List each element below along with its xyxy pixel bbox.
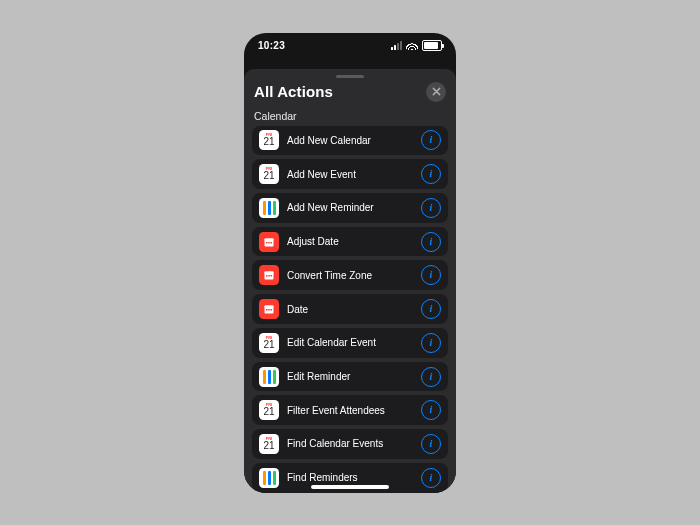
svg-rect-13 (268, 309, 270, 311)
action-label: Add New Reminder (287, 202, 421, 213)
info-icon: i (430, 135, 433, 145)
calendar-app-icon: FRI21 (259, 400, 279, 420)
date-util-icon (259, 299, 279, 319)
device-frame: 10:23 All Actions Calendar FRI21Add New … (244, 33, 456, 493)
svg-rect-9 (271, 275, 273, 277)
close-icon (432, 87, 441, 96)
reminders-app-icon (259, 198, 279, 218)
calendar-app-icon: FRI21 (259, 333, 279, 353)
info-icon: i (430, 405, 433, 415)
svg-rect-6 (265, 272, 274, 274)
info-button[interactable]: i (421, 434, 441, 454)
sheet-header: All Actions (252, 82, 448, 104)
info-button[interactable]: i (421, 164, 441, 184)
calendar-app-icon: FRI21 (259, 130, 279, 150)
action-row[interactable]: FRI21Add New Calendari (252, 126, 448, 156)
section-label: Calendar (252, 104, 448, 126)
action-row[interactable]: Add New Reminderi (252, 193, 448, 223)
reminders-app-icon (259, 468, 279, 488)
info-button[interactable]: i (421, 130, 441, 150)
svg-rect-3 (268, 242, 270, 244)
action-label: Find Calendar Events (287, 438, 421, 449)
info-icon: i (430, 169, 433, 179)
action-label: Add New Calendar (287, 135, 421, 146)
info-icon: i (430, 372, 433, 382)
info-button[interactable]: i (421, 400, 441, 420)
info-button[interactable]: i (421, 299, 441, 319)
reminders-app-icon (259, 367, 279, 387)
svg-rect-8 (268, 275, 270, 277)
sheet-grabber[interactable] (336, 75, 364, 78)
svg-rect-11 (265, 306, 274, 308)
home-indicator[interactable] (311, 485, 389, 489)
status-bar: 10:23 (244, 33, 456, 59)
svg-rect-14 (271, 309, 273, 311)
status-indicators (391, 40, 442, 51)
action-label: Adjust Date (287, 236, 421, 247)
info-icon: i (430, 338, 433, 348)
action-label: Edit Calendar Event (287, 337, 421, 348)
action-label: Filter Event Attendees (287, 405, 421, 416)
action-row[interactable]: FRI21Find Calendar Eventsi (252, 429, 448, 459)
info-icon: i (430, 270, 433, 280)
action-row[interactable]: FRI21Filter Event Attendeesi (252, 395, 448, 425)
date-util-icon (259, 232, 279, 252)
info-icon: i (430, 237, 433, 247)
info-icon: i (430, 473, 433, 483)
action-label: Add New Event (287, 169, 421, 180)
wifi-icon (406, 41, 418, 50)
date-util-icon (259, 265, 279, 285)
info-button[interactable]: i (421, 198, 441, 218)
info-button[interactable]: i (421, 265, 441, 285)
calendar-app-icon: FRI21 (259, 164, 279, 184)
action-row[interactable]: FRI21Add New Eventi (252, 159, 448, 189)
info-icon: i (430, 304, 433, 314)
status-time: 10:23 (258, 40, 285, 51)
action-row[interactable]: Convert Time Zonei (252, 260, 448, 290)
svg-rect-12 (266, 309, 268, 311)
svg-rect-7 (266, 275, 268, 277)
svg-rect-1 (265, 238, 274, 240)
cellular-icon (391, 41, 402, 50)
info-button[interactable]: i (421, 333, 441, 353)
info-icon: i (430, 203, 433, 213)
close-button[interactable] (426, 82, 446, 102)
info-button[interactable]: i (421, 468, 441, 488)
info-button[interactable]: i (421, 232, 441, 252)
svg-rect-2 (266, 242, 268, 244)
sheet-title: All Actions (254, 83, 333, 100)
action-label: Edit Reminder (287, 371, 421, 382)
info-button[interactable]: i (421, 367, 441, 387)
actions-sheet: All Actions Calendar FRI21Add New Calend… (244, 69, 456, 493)
action-row[interactable]: Datei (252, 294, 448, 324)
actions-list[interactable]: FRI21Add New CalendariFRI21Add New Event… (252, 126, 448, 493)
action-label: Date (287, 304, 421, 315)
info-icon: i (430, 439, 433, 449)
battery-icon (422, 40, 442, 51)
calendar-app-icon: FRI21 (259, 434, 279, 454)
action-label: Find Reminders (287, 472, 421, 483)
action-row[interactable]: Edit Reminderi (252, 362, 448, 392)
action-row[interactable]: FRI21Edit Calendar Eventi (252, 328, 448, 358)
svg-rect-4 (271, 242, 273, 244)
action-row[interactable]: Adjust Datei (252, 227, 448, 257)
action-label: Convert Time Zone (287, 270, 421, 281)
